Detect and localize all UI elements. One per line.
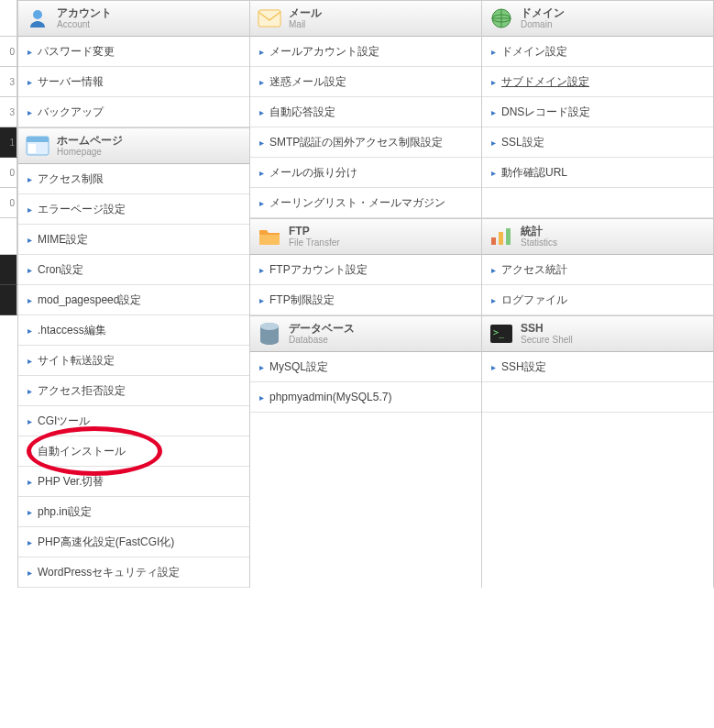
section-head-domain: ドメインDomain: [482, 0, 713, 37]
arrow-icon: ▸: [491, 168, 496, 178]
menu-item-label: メールアカウント設定: [269, 44, 379, 60]
menu-item-ftp-1[interactable]: ▸FTP制限設定: [250, 285, 481, 315]
menu-item-label: アクセス統計: [501, 262, 567, 278]
section-title-jp: 統計: [521, 226, 557, 237]
svg-point-0: [33, 10, 42, 19]
main-panel: アカウントAccount▸パスワード変更▸サーバー情報▸バックアップホームページ…: [17, 0, 714, 588]
section-head-homepage: ホームページHomepage: [18, 127, 249, 164]
arrow-icon: ▸: [27, 356, 32, 366]
arrow-icon: ▸: [259, 362, 264, 372]
menu-item-database-1[interactable]: ▸phpmyadmin(MySQL5.7): [250, 382, 481, 413]
menu-item-label: SSL設定: [501, 135, 544, 150]
column-1: メールMail▸メールアカウント設定▸迷惑メール設定▸自動応答設定▸SMTP認証…: [250, 0, 482, 588]
arrow-icon: ▸: [27, 507, 32, 517]
menu-item-mail-3[interactable]: ▸SMTP認証の国外アクセス制限設定: [250, 127, 481, 158]
menu-item-label: サイト転送設定: [38, 353, 115, 369]
arrow-icon: ▸: [491, 107, 496, 117]
menu-item-mail-5[interactable]: ▸メーリングリスト・メールマガジン: [250, 188, 481, 218]
menu-item-homepage-1[interactable]: ▸エラーページ設定: [18, 194, 249, 225]
menu-item-mail-1[interactable]: ▸迷惑メール設定: [250, 67, 481, 97]
arrow-icon: ▸: [259, 168, 264, 178]
menu-item-mail-4[interactable]: ▸メールの振り分け: [250, 158, 481, 188]
menu-item-label: Cron設定: [38, 262, 83, 278]
menu-item-label: SMTP認証の国外アクセス制限設定: [269, 135, 443, 150]
left-strip-cell: 1: [0, 127, 17, 158]
section-labels: 統計Statistics: [521, 226, 557, 248]
menu-item-label: MIME設定: [38, 232, 88, 248]
column-2: ドメインDomain▸ドメイン設定▸サブドメイン設定▸DNSレコード設定▸SSL…: [482, 0, 714, 588]
menu-item-mail-2[interactable]: ▸自動応答設定: [250, 97, 481, 127]
section-title-en: Homepage: [57, 147, 123, 157]
arrow-icon: ▸: [259, 47, 264, 57]
arrow-icon: ▸: [27, 204, 32, 215]
menu-item-label: パスワード変更: [38, 44, 115, 60]
menu-item-homepage-3[interactable]: ▸Cron設定: [18, 255, 249, 285]
section-labels: FTPFile Transfer: [289, 226, 340, 248]
left-strip-cell: [0, 0, 17, 37]
menu-item-homepage-13[interactable]: ▸WordPressセキュリティ設定: [18, 557, 249, 588]
menu-item-ftp-0[interactable]: ▸FTPアカウント設定: [250, 255, 481, 285]
section-labels: ホームページHomepage: [57, 135, 123, 157]
menu-item-blank: [482, 188, 713, 218]
mail-icon: [258, 6, 281, 30]
section-labels: ドメインDomain: [521, 7, 565, 29]
menu-item-domain-1[interactable]: ▸サブドメイン設定: [482, 67, 713, 97]
menu-item-ssh-0[interactable]: ▸SSH設定: [482, 352, 713, 382]
menu-item-label: MySQL設定: [269, 359, 328, 375]
arrow-icon: ▸: [259, 392, 264, 403]
menu-item-account-0[interactable]: ▸パスワード変更: [18, 37, 249, 67]
section-labels: データベースDatabase: [289, 323, 355, 345]
section-title-jp: データベース: [289, 323, 355, 335]
arrow-icon: ▸: [491, 295, 496, 305]
menu-item-domain-3[interactable]: ▸SSL設定: [482, 127, 713, 158]
section-title-en: Secure Shell: [521, 335, 573, 345]
menu-item-homepage-4[interactable]: ▸mod_pagespeed設定: [18, 285, 249, 315]
arrow-icon: ▸: [27, 386, 32, 396]
stats-icon: [489, 225, 513, 248]
arrow-icon: ▸: [491, 138, 496, 148]
section-labels: SSHSecure Shell: [521, 323, 573, 345]
arrow-icon: ▸: [27, 568, 32, 578]
section-title-en: File Transfer: [289, 237, 340, 248]
left-strip-cell: 0: [0, 158, 17, 188]
arrow-icon: ▸: [27, 537, 32, 547]
arrow-icon: ▸: [27, 416, 32, 426]
menu-item-homepage-10[interactable]: ▸PHP Ver.切替: [18, 467, 249, 497]
menu-item-homepage-6[interactable]: ▸サイト転送設定: [18, 346, 249, 376]
ssh-icon: >_: [489, 322, 513, 346]
menu-item-mail-0[interactable]: ▸メールアカウント設定: [250, 37, 481, 67]
menu-item-label: ログファイル: [501, 292, 567, 308]
menu-item-label: FTPアカウント設定: [269, 262, 368, 278]
menu-item-stats-0[interactable]: ▸アクセス統計: [482, 255, 713, 285]
menu-item-database-0[interactable]: ▸MySQL設定: [250, 352, 481, 382]
svg-rect-11: [499, 232, 503, 245]
section-head-mail: メールMail: [250, 0, 481, 37]
arrow-icon: ▸: [491, 362, 496, 372]
menu-item-account-1[interactable]: ▸サーバー情報: [18, 67, 249, 97]
menu-item-domain-2[interactable]: ▸DNSレコード設定: [482, 97, 713, 127]
menu-item-domain-4[interactable]: ▸動作確認URL: [482, 158, 713, 188]
database-icon: [258, 322, 281, 346]
left-strip-cell: 0: [0, 37, 17, 67]
menu-item-homepage-9[interactable]: ▸自動インストール: [18, 436, 249, 467]
menu-item-account-2[interactable]: ▸バックアップ: [18, 97, 249, 127]
svg-rect-3: [28, 144, 36, 153]
menu-item-homepage-12[interactable]: ▸PHP高速化設定(FastCGI化): [18, 527, 249, 557]
menu-item-homepage-7[interactable]: ▸アクセス拒否設定: [18, 376, 249, 406]
left-sidebar-strip: 033100: [0, 0, 17, 588]
menu-item-label: 迷惑メール設定: [269, 74, 346, 90]
menu-item-domain-0[interactable]: ▸ドメイン設定: [482, 37, 713, 67]
menu-item-label: php.ini設定: [38, 504, 92, 520]
menu-item-homepage-5[interactable]: ▸.htaccess編集: [18, 315, 249, 346]
arrow-icon: ▸: [27, 447, 32, 457]
menu-item-stats-1[interactable]: ▸ログファイル: [482, 285, 713, 315]
menu-item-label: PHP Ver.切替: [38, 474, 104, 490]
menu-item-label: 動作確認URL: [501, 165, 567, 181]
section-title-en: Database: [289, 335, 355, 345]
menu-item-label: サブドメイン設定: [501, 74, 589, 90]
menu-item-homepage-2[interactable]: ▸MIME設定: [18, 225, 249, 255]
menu-item-homepage-8[interactable]: ▸CGIツール: [18, 406, 249, 436]
menu-item-homepage-0[interactable]: ▸アクセス制限: [18, 164, 249, 194]
menu-item-homepage-11[interactable]: ▸php.ini設定: [18, 497, 249, 527]
arrow-icon: ▸: [27, 477, 32, 487]
